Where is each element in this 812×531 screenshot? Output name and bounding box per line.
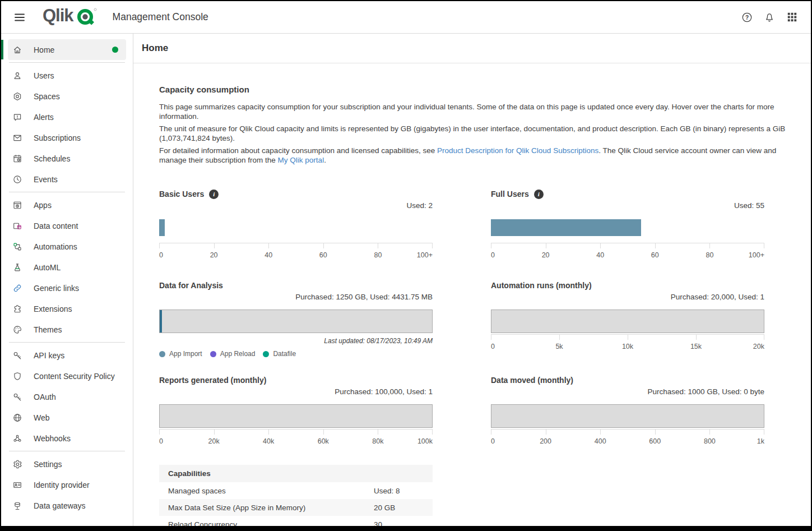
- section-heading: Capacity consumption: [159, 85, 803, 94]
- sidebar-item-users[interactable]: Users: [8, 65, 126, 86]
- sidebar-item-identity-provider[interactable]: Identity provider: [8, 474, 126, 495]
- axis-tick: [432, 430, 433, 435]
- waffle-menu-icon[interactable]: [782, 7, 802, 27]
- sidebar-item-web[interactable]: Web: [8, 407, 126, 428]
- x-axis: 020406080100+: [491, 243, 764, 263]
- x-axis: 02004006008001k: [491, 429, 764, 449]
- chart-basic-users: Basic UsersiUsed: 2020406080100+: [159, 188, 433, 263]
- sidebar-item-apps[interactable]: Apps: [8, 195, 126, 215]
- sidebar-item-label: Schedules: [34, 154, 70, 163]
- capability-value: 20 GB: [374, 504, 433, 512]
- webhooks-icon: [12, 433, 22, 444]
- sidebar-item-content-security-policy[interactable]: Content Security Policy: [8, 366, 126, 386]
- sidebar-divider: [9, 342, 125, 343]
- capability-row-managed-spaces: Managed spacesUsed: 8: [159, 482, 433, 499]
- axis-tick-label: 20: [210, 251, 218, 259]
- automl-icon: [12, 262, 22, 273]
- bar-chart-area[interactable]: [159, 218, 433, 243]
- sidebar-item-webhooks[interactable]: Webhooks: [8, 428, 126, 449]
- axis-tick: [268, 430, 269, 435]
- sidebar-item-api-keys[interactable]: API keys: [8, 345, 126, 366]
- axis-tick-label: 15k: [690, 343, 702, 350]
- sidebar-item-label: AutoML: [34, 263, 61, 272]
- sidebar-item-spaces[interactable]: Spaces: [8, 86, 126, 107]
- info-icon[interactable]: i: [534, 190, 544, 199]
- axis-tick-label: 80k: [372, 437, 383, 445]
- axis-tick: [378, 243, 378, 248]
- sidebar-item-themes[interactable]: Themes: [8, 319, 126, 340]
- sidebar-item-alerts[interactable]: Alerts: [8, 107, 126, 127]
- axis-tick-label: 800: [704, 437, 716, 445]
- capability-row-reload-concurrency: Reload Concurrency30: [159, 516, 433, 526]
- sidebar-item-data-content[interactable]: Data content: [8, 215, 126, 236]
- chart-legend: App ImportApp ReloadDatafile: [159, 350, 433, 358]
- sidebar-item-label: API keys: [34, 351, 64, 360]
- axis-tick-label: 40k: [263, 437, 274, 445]
- paragraph-text: For detailed information about capacity …: [159, 146, 437, 155]
- sidebar-item-settings[interactable]: Settings: [8, 454, 126, 474]
- axis-tick: [655, 243, 656, 248]
- axis-tick: [709, 430, 710, 435]
- capacity-bar[interactable]: [159, 310, 433, 333]
- bar-chart-area[interactable]: [491, 218, 764, 243]
- capacity-bar[interactable]: [491, 404, 764, 428]
- legend-item-datafile: Datafile: [263, 350, 296, 358]
- sidebar-item-label: Identity provider: [34, 481, 90, 490]
- axis-tick-label: 0: [159, 251, 163, 259]
- help-icon[interactable]: ?: [737, 7, 757, 27]
- page-title: Home: [142, 43, 168, 54]
- sidebar-item-data-gateways[interactable]: Data gateways: [8, 495, 126, 516]
- sidebar-item-oauth[interactable]: OAuth: [8, 386, 126, 407]
- bell-icon[interactable]: [759, 7, 779, 27]
- oauth-icon: [12, 392, 22, 402]
- axis-tick: [764, 335, 764, 340]
- charts-grid: Basic UsersiUsed: 2020406080100+Full Use…: [159, 188, 764, 449]
- sidebar-item-automations[interactable]: Automations: [8, 236, 126, 257]
- axis-tick-label: 600: [649, 437, 661, 445]
- qlik-logo-text: Qlik: [43, 5, 73, 26]
- legend-label: App Import: [169, 350, 202, 358]
- usage-label: Purchased: 20,000, Used: 1: [491, 293, 764, 303]
- sidebar-item-generic-links[interactable]: Generic links: [8, 278, 126, 298]
- identity-provider-icon: [12, 480, 22, 490]
- chart-title: Reports generated (monthly): [159, 376, 266, 385]
- sidebar-item-label: Data gateways: [34, 501, 86, 510]
- sidebar-item-label: Webhooks: [34, 434, 71, 443]
- info-icon[interactable]: i: [209, 190, 219, 199]
- axis-tick-label: 20k: [753, 343, 764, 350]
- axis-tick-label: 0: [491, 251, 495, 259]
- page-content: Capacity consumption This page summarize…: [133, 63, 811, 526]
- sidebar-item-events[interactable]: Events: [8, 169, 126, 190]
- capability-row-max-data-set-size-app-size-in-memory: Max Data Set Size (App Size in Memory)20…: [159, 499, 433, 516]
- qlik-logo[interactable]: Qlik: [43, 5, 98, 30]
- sidebar-item-home[interactable]: Home: [8, 39, 126, 60]
- sidebar-item-label: Extensions: [34, 304, 72, 313]
- used-bar[interactable]: [491, 219, 641, 236]
- axis-tick: [559, 335, 560, 340]
- capability-label: Max Data Set Size (App Size in Memory): [168, 504, 374, 512]
- used-bar[interactable]: [159, 219, 165, 236]
- sidebar-item-extensions[interactable]: Extensions: [8, 298, 126, 319]
- axis-tick-label: 200: [540, 437, 551, 445]
- sidebar-item-schedules[interactable]: Schedules: [8, 148, 126, 169]
- axis-tick-label: 20: [542, 251, 550, 259]
- link-my-qlik-portal[interactable]: My Qlik portal: [278, 156, 324, 164]
- capacity-bar[interactable]: [159, 404, 433, 428]
- sidebar-item-automl[interactable]: AutoML: [8, 257, 126, 278]
- sidebar-item-label: Alerts: [34, 113, 54, 122]
- capacity-bar[interactable]: [491, 310, 764, 333]
- axis-tick: [764, 430, 764, 435]
- axis-tick: [628, 335, 628, 340]
- sidebar-item-label: Home: [34, 45, 54, 54]
- events-icon: [12, 174, 22, 184]
- sidebar-item-label: Web: [34, 413, 50, 422]
- axis-tick-label: 60: [319, 251, 327, 259]
- x-axis: 05k10k15k20k: [491, 334, 764, 354]
- hamburger-icon[interactable]: [10, 8, 29, 27]
- sidebar: HomeUsersSpacesAlertsSubscriptionsSchedu…: [1, 34, 133, 526]
- sidebar-item-subscriptions[interactable]: Subscriptions: [8, 127, 126, 148]
- link-product-description[interactable]: Product Description for Qlik Cloud Subsc…: [437, 146, 598, 155]
- axis-tick: [378, 430, 378, 435]
- usage-label: Purchased: 100,000, Used: 1: [159, 387, 433, 398]
- capability-value: Used: 8: [374, 487, 433, 495]
